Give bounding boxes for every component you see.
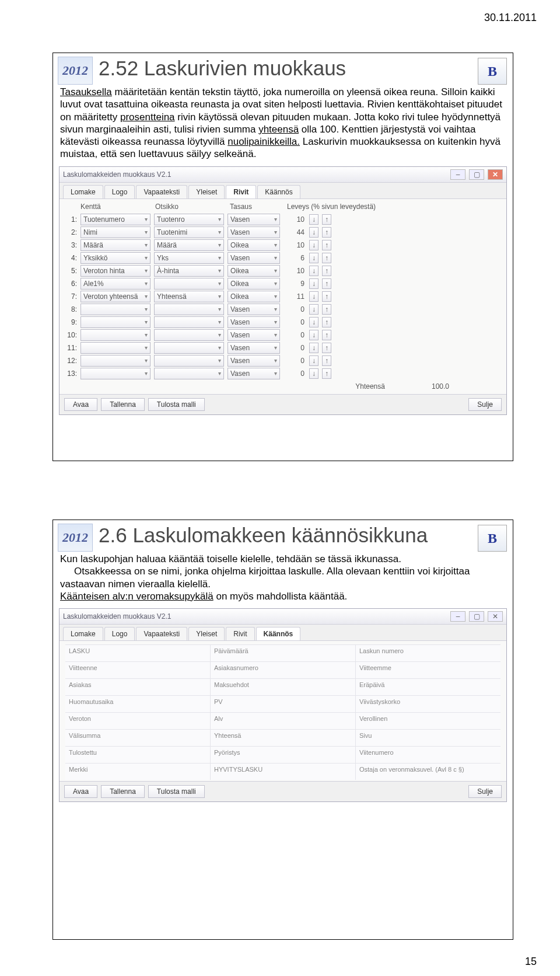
field-select[interactable]: ▾	[80, 368, 150, 379]
align-select[interactable]: Oikea▾	[228, 239, 280, 251]
tab-käännös[interactable]: Käännös	[256, 627, 301, 640]
align-select[interactable]: Vasen▾	[228, 368, 280, 379]
move-up-icon[interactable]: ↑	[322, 240, 331, 250]
move-up-icon[interactable]: ↑	[322, 355, 331, 366]
translation-cell[interactable]: Asiakasnumero	[211, 662, 356, 678]
close-button[interactable]: Sulje	[468, 398, 502, 411]
title-select[interactable]: ▾	[154, 342, 224, 354]
title-select[interactable]: ▾	[154, 355, 224, 367]
minimize-icon[interactable]: –	[450, 611, 466, 622]
move-up-icon[interactable]: ↑	[322, 317, 331, 327]
tab-yleiset[interactable]: Yleiset	[188, 627, 225, 640]
move-down-icon[interactable]: ↓	[309, 266, 318, 276]
move-down-icon[interactable]: ↓	[309, 355, 318, 366]
field-select[interactable]: Veroton hinta▾	[80, 265, 150, 277]
align-select[interactable]: Vasen▾	[228, 252, 280, 264]
align-select[interactable]: Vasen▾	[228, 214, 280, 225]
field-select[interactable]: ▾	[80, 355, 150, 367]
translation-cell[interactable]: Laskun numero	[356, 645, 501, 661]
tab-lomake[interactable]: Lomake	[63, 627, 103, 640]
align-select[interactable]: Vasen▾	[228, 304, 280, 315]
field-select[interactable]: Tuotenumero▾	[80, 214, 150, 225]
move-down-icon[interactable]: ↓	[309, 343, 318, 353]
save-button[interactable]: Tallenna	[101, 785, 145, 798]
move-down-icon[interactable]: ↓	[309, 291, 318, 302]
tab-käännös[interactable]: Käännös	[257, 185, 300, 198]
move-up-icon[interactable]: ↑	[322, 278, 331, 289]
field-select[interactable]: ▾	[80, 342, 150, 354]
move-up-icon[interactable]: ↑	[322, 343, 331, 353]
move-up-icon[interactable]: ↑	[322, 266, 331, 276]
translation-cell[interactable]: Pyöristys	[211, 747, 356, 763]
close-button[interactable]: Sulje	[468, 785, 502, 798]
field-select[interactable]: Ale1%▾	[80, 278, 150, 290]
title-select[interactable]: À-hinta▾	[154, 265, 224, 277]
minimize-icon[interactable]: –	[450, 169, 466, 180]
translation-cell[interactable]: Ostaja on veronmaksuvel. (Avl 8 c §)	[356, 764, 501, 780]
move-down-icon[interactable]: ↓	[309, 368, 318, 379]
print-button[interactable]: Tulosta malli	[148, 785, 205, 798]
translation-cell[interactable]: PV	[211, 696, 356, 712]
move-up-icon[interactable]: ↑	[322, 253, 331, 263]
tab-vapaateksti[interactable]: Vapaateksti	[136, 185, 187, 198]
align-select[interactable]: Vasen▾	[228, 355, 280, 367]
field-select[interactable]: Veroton yhteensä▾	[80, 291, 150, 302]
tab-vapaateksti[interactable]: Vapaateksti	[136, 627, 187, 640]
field-select[interactable]: Määrä▾	[80, 239, 150, 251]
maximize-icon[interactable]: ▢	[469, 611, 484, 622]
tab-logo[interactable]: Logo	[104, 185, 135, 198]
open-button[interactable]: Avaa	[64, 785, 97, 798]
translation-cell[interactable]: Alv	[211, 713, 356, 729]
open-button[interactable]: Avaa	[64, 398, 97, 411]
title-select[interactable]: Yks▾	[154, 252, 224, 264]
title-select[interactable]: ▾	[154, 368, 224, 379]
move-down-icon[interactable]: ↓	[309, 227, 318, 238]
move-down-icon[interactable]: ↓	[309, 330, 318, 340]
translation-cell[interactable]: Merkki	[65, 764, 211, 780]
translation-cell[interactable]: Yhteensä	[211, 730, 356, 746]
move-down-icon[interactable]: ↓	[309, 278, 318, 289]
translation-cell[interactable]: HYVITYSLASKU	[211, 764, 356, 780]
translation-cell[interactable]: Sivu	[356, 730, 501, 746]
tab-logo[interactable]: Logo	[104, 627, 135, 640]
move-up-icon[interactable]: ↑	[322, 304, 331, 315]
translation-cell[interactable]: Eräpäivä	[356, 679, 501, 695]
translation-cell[interactable]: LASKU	[65, 645, 211, 661]
align-select[interactable]: Oikea▾	[228, 291, 280, 302]
translation-cell[interactable]: Asiakas	[65, 679, 211, 695]
translation-cell[interactable]: Tulostettu	[65, 747, 211, 763]
title-select[interactable]: Tuotenro▾	[154, 214, 224, 225]
align-select[interactable]: Vasen▾	[228, 226, 280, 238]
translation-cell[interactable]: Verollinen	[356, 713, 501, 729]
move-down-icon[interactable]: ↓	[309, 317, 318, 327]
translation-cell[interactable]: Päivämäärä	[211, 645, 356, 661]
field-select[interactable]: ▾	[80, 316, 150, 328]
move-down-icon[interactable]: ↓	[309, 214, 318, 225]
title-select[interactable]: ▾	[154, 316, 224, 328]
move-up-icon[interactable]: ↑	[322, 214, 331, 225]
move-down-icon[interactable]: ↓	[309, 240, 318, 250]
translation-cell[interactable]: Veroton	[65, 713, 211, 729]
close-icon[interactable]: ✕	[488, 611, 503, 622]
field-select[interactable]: Yksikkö▾	[80, 252, 150, 264]
field-select[interactable]: ▾	[80, 329, 150, 341]
title-select[interactable]: ▾	[154, 304, 224, 315]
close-icon[interactable]: ✕	[488, 169, 503, 180]
title-select[interactable]: Määrä▾	[154, 239, 224, 251]
move-down-icon[interactable]: ↓	[309, 304, 318, 315]
translation-cell[interactable]: Viitenumero	[356, 747, 501, 763]
align-select[interactable]: Vasen▾	[228, 329, 280, 341]
align-select[interactable]: Vasen▾	[228, 316, 280, 328]
field-select[interactable]: ▾	[80, 304, 150, 315]
move-up-icon[interactable]: ↑	[322, 227, 331, 238]
translation-cell[interactable]: Viitteemme	[356, 662, 501, 678]
move-up-icon[interactable]: ↑	[322, 368, 331, 379]
align-select[interactable]: Vasen▾	[228, 342, 280, 354]
align-select[interactable]: Oikea▾	[228, 278, 280, 290]
move-up-icon[interactable]: ↑	[322, 330, 331, 340]
title-select[interactable]: Yhteensä▾	[154, 291, 224, 302]
tab-lomake[interactable]: Lomake	[63, 185, 103, 198]
translation-cell[interactable]: Viitteenne	[65, 662, 211, 678]
title-select[interactable]: ▾	[154, 329, 224, 341]
translation-cell[interactable]: Maksuehdot	[211, 679, 356, 695]
